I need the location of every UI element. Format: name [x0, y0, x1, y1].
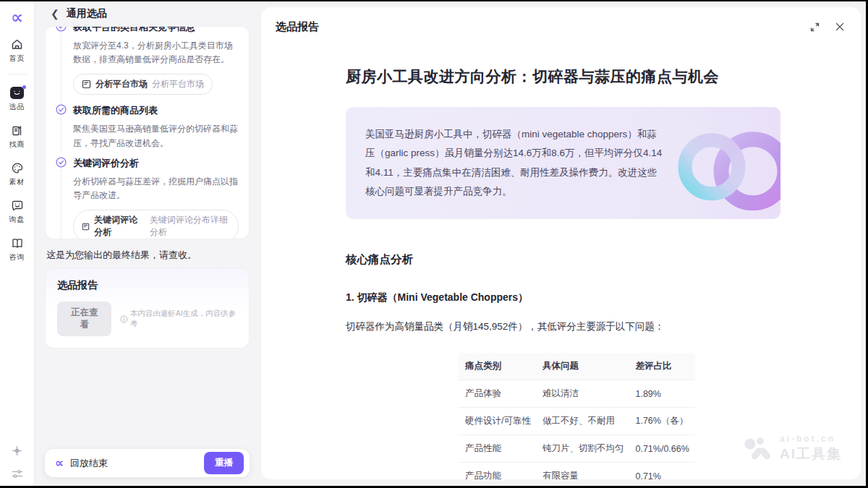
section-heading: 核心痛点分析: [346, 252, 832, 267]
tool-chip[interactable]: 关键词评论分析 关键词评论分布详细分析: [73, 210, 239, 239]
table-header-row: 痛点类别 具体问题 差评占比: [458, 353, 695, 380]
task-step: 关键词评价分析 分析切碎器与蒜压差评，挖掘用户痛点以指导产品改进。 关键词评论分…: [56, 156, 239, 239]
pain-points-table: 痛点类别 具体问题 差评占比 产品体验 难以清洁 1.89% 硬件设计/可靠性 …: [458, 353, 695, 479]
app-logo-icon: ∝: [11, 9, 23, 26]
step-title: 获取所需的商品列表: [73, 103, 239, 117]
expand-icon[interactable]: [809, 22, 820, 33]
chip-sublabel: 关键词评论分布详细分析: [150, 214, 230, 239]
tool-chip[interactable]: 分析平台市场 分析平台市场: [73, 74, 213, 95]
report-panel: 选品报告 厨房小工具改进方向分析：切碎器与蒜压的痛点与机会 美国亚马逊厨房小工具…: [261, 7, 861, 479]
find-merchants-icon: [11, 124, 23, 137]
task-panel: ❮ 通用选品 获取平台的类目相关竞争信息 放宽评分至4.3，分析厨房小工具类目市…: [35, 1, 259, 486]
playback-status: 回放结束: [70, 457, 204, 470]
app-logo-icon: ∝: [55, 457, 64, 469]
sub-heading: 1. 切碎器（Mini Vegetable Choppers）: [346, 291, 832, 304]
report-content[interactable]: 厨房小工具改进方向分析：切碎器与蒜压的痛点与机会 美国亚马逊厨房小工具中，切碎器…: [261, 46, 861, 479]
document-icon: [82, 222, 90, 231]
steps-card: 获取平台的类目相关竞争信息 放宽评分至4.3，分析厨房小工具类目市场数据，排查高…: [45, 26, 250, 239]
replay-button[interactable]: 重播: [204, 452, 244, 474]
document-title: 厨房小工具改进方向分析：切碎器与蒜压的痛点与机会: [346, 67, 832, 87]
app-window: ∝ 首页 选品 找商: [0, 1, 866, 486]
column-header: 具体问题: [537, 353, 630, 380]
summary-callout: 美国亚马逊厨房小工具中，切碎器（mini vegetable choppers）…: [346, 107, 780, 219]
settings-slider-icon[interactable]: [12, 469, 23, 479]
sidebar-item-label: 询盘: [9, 215, 25, 225]
step-title: 获取平台的类目相关竞争信息: [73, 26, 239, 34]
step-description: 聚焦美国亚马逊高销量低评分的切碎器和蒜压，寻找产品改进机会。: [73, 122, 239, 150]
notification-dot: [22, 85, 26, 89]
step-description: 放宽评分至4.3，分析厨房小工具类目市场数据，排查高销量低评分商品是否存在。: [73, 39, 239, 67]
report-result-card: 选品报告 正在查看 本内容由遨虾AI生成，内容供参考: [45, 268, 250, 348]
sidebar-item-home[interactable]: 首页: [9, 38, 25, 64]
home-icon: [11, 38, 23, 51]
product-selection-icon: [10, 86, 24, 99]
table-row: 产品性能 钝刀片、切割不均匀 0.71%/0.66%: [458, 435, 695, 463]
table-row: 产品功能 有限容量 0.71%: [458, 463, 695, 479]
chip-sublabel: 分析平台市场: [152, 78, 204, 90]
task-step: 获取所需的商品列表 聚焦美国亚马逊高销量低评分的切碎器和蒜压，寻找产品改进机会。: [56, 103, 239, 150]
table-row: 硬件设计/可靠性 做工不好、不耐用 1.76%（各）: [458, 408, 695, 435]
sidebar-item-materials[interactable]: 素材: [9, 161, 25, 187]
paragraph: 切碎器作为高销量品类（月销145,952件），其低评分主要源于以下问题：: [346, 320, 832, 333]
viewing-status-button[interactable]: 正在查看: [57, 301, 111, 336]
palette-icon: [11, 161, 24, 174]
close-icon[interactable]: [835, 22, 845, 32]
sidebar-item-label: 选品: [9, 102, 25, 112]
info-icon: [120, 315, 127, 323]
report-panel-header: 选品报告: [261, 7, 861, 46]
left-rail: ∝ 首页 选品 找商: [0, 1, 35, 486]
sidebar-item-product-selection[interactable]: 选品: [9, 86, 25, 112]
chip-label: 关键词评论分析: [94, 214, 145, 239]
sidebar-item-label: 找商: [9, 140, 25, 150]
final-note: 这是为您输出的最终结果，请查收。: [46, 249, 248, 262]
check-circle-icon: [56, 26, 67, 32]
document-icon: [82, 80, 91, 89]
sidebar-item-inquiries[interactable]: 询盘: [9, 199, 25, 225]
sidebar-item-label: 咨询: [9, 252, 25, 262]
report-card-title: 选品报告: [57, 279, 237, 292]
sidebar-item-label: 素材: [9, 177, 25, 187]
rail-divider: [8, 74, 27, 74]
chat-icon: [11, 199, 24, 212]
summary-text: 美国亚马逊厨房小工具中，切碎器（mini vegetable choppers）…: [365, 125, 665, 201]
sidebar-item-find-merchants[interactable]: 找商: [9, 124, 25, 150]
chip-label: 分析平台市场: [95, 78, 148, 90]
column-header: 痛点类别: [458, 353, 537, 380]
step-title: 关键词评价分析: [73, 156, 239, 170]
back-chevron-icon[interactable]: ❮: [51, 9, 59, 19]
infinity-logo-graphic: [677, 121, 780, 215]
sidebar-item-consulting[interactable]: 咨询: [9, 236, 25, 262]
playback-bar: ∝ 回放结束 重播: [45, 449, 250, 477]
task-step: 获取平台的类目相关竞争信息 放宽评分至4.3，分析厨房小工具类目市场数据，排查高…: [56, 26, 239, 103]
step-description: 分析切碎器与蒜压差评，挖掘用户痛点以指导产品改进。: [73, 175, 239, 202]
table-row: 产品体验 难以清洁 1.89%: [458, 380, 695, 408]
task-panel-title: 通用选品: [67, 7, 107, 20]
check-circle-icon: [56, 157, 67, 168]
column-header: 差评占比: [629, 353, 694, 380]
report-panel-title: 选品报告: [276, 20, 795, 34]
check-circle-icon: [56, 104, 67, 115]
book-icon: [11, 236, 24, 249]
move-tool-icon[interactable]: [12, 445, 22, 456]
ai-disclaimer: 本内容由遨虾AI生成，内容供参考: [120, 309, 237, 329]
sidebar-item-label: 首页: [9, 53, 25, 64]
